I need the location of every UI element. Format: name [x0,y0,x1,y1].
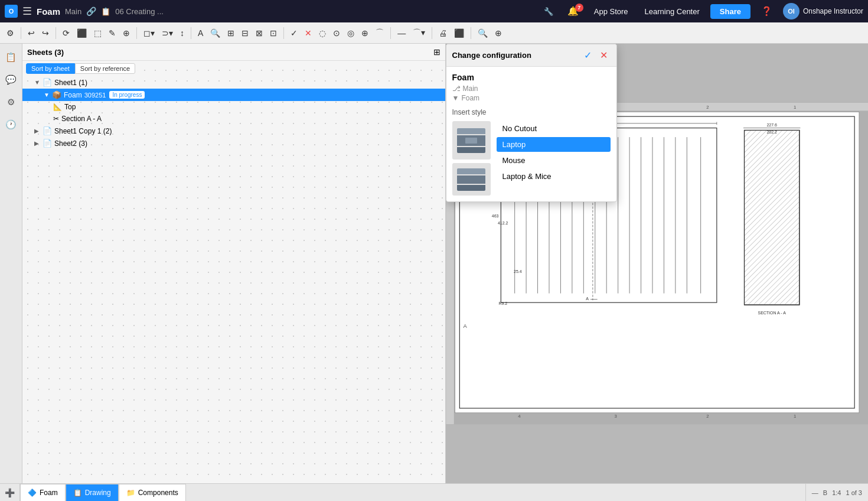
svg-text:2: 2 [706,414,709,419]
tab-components[interactable]: 📁 Components [119,484,186,501]
tree-item-sheet1-copy[interactable]: ▶ 📄 Sheet1 Copy 1 (2) [22,125,445,137]
doc-file-icon: 📋 [101,7,110,16]
left-icon-history[interactable]: 🕐 [2,116,20,134]
section-icon: ✂ [53,115,59,123]
user-menu-button[interactable]: OI Onshape Instructor [783,3,863,19]
left-icon-comment[interactable]: 💬 [2,71,20,89]
modal-branch: Main [463,84,478,93]
app-store-button[interactable]: App Store [588,5,634,18]
tab-foam-icon: 🔷 [28,489,37,497]
left-icon-panel: 📋 💬 ⚙ 🕐 [0,44,22,483]
tab-drawing[interactable]: 📋 Drawing [66,484,119,501]
tool-zoom-fit[interactable]: 🔍 [475,26,491,40]
tree-item-section-a[interactable]: ✂ Section A - A [22,113,445,125]
learning-center-button[interactable]: Learning Center [639,5,706,18]
part-dropdown-icon: ▼ [452,94,459,102]
tree-item-foam[interactable]: ▼ 📦 Foam 309251 In progress [22,89,445,101]
tool-15[interactable]: ◎ [344,26,357,40]
modal-doc-name: Foam [452,73,611,82]
tool-2[interactable]: ⬚ [91,26,105,40]
option-mouse[interactable]: Mouse [497,153,611,168]
tool-export[interactable]: ⬛ [451,26,467,40]
menu-button[interactable]: ☰ [22,5,32,18]
tools-button[interactable]: 🔧 [539,5,558,18]
style-preview-area [452,121,491,196]
tool-12[interactable]: ✕ [302,26,315,40]
tab-drawing-icon: 📋 [73,489,82,497]
tool-11[interactable]: ✓ [288,26,301,40]
toolbar-settings-button[interactable]: ⚙ [4,26,17,40]
redo-button[interactable]: ↪ [39,26,52,40]
tool-line[interactable]: — [394,26,409,40]
help-button[interactable]: ❓ [755,4,778,19]
sheet2-icon: 📄 [43,139,52,148]
tool-curve[interactable]: ⌒▾ [410,25,428,41]
toolbar-separator-5 [283,27,284,39]
tool-text[interactable]: A [195,26,206,40]
insert-style-container: No Cutout Laptop Mouse Laptop & Mice [452,121,611,196]
style-options-list: No Cutout Laptop Mouse Laptop & Mice [497,121,611,196]
top-label: Top [64,103,76,111]
tool-1[interactable]: ⬛ [74,26,90,40]
tool-8[interactable]: ⊟ [239,26,252,40]
tool-table[interactable]: ⊞ [224,26,237,40]
left-icon-manager[interactable]: 📋 [2,48,20,66]
tool-4[interactable]: ⊕ [120,26,133,40]
tool-5[interactable]: ◻▾ [141,26,158,40]
option-laptop[interactable]: Laptop [497,137,611,152]
toolbar-separator-1 [21,27,21,39]
tool-3[interactable]: ✎ [106,26,119,40]
tool-14[interactable]: ⊙ [330,26,343,40]
sort-buttons: Sort by sheet Sort by reference [22,61,445,76]
style-preview-2 [452,163,491,196]
page-separator: — [812,489,818,496]
change-configuration-modal: Change configuration ✓ ✕ Foam ⎇ Main ▼ [446,44,617,202]
drawing-area: 4 3 2 1 4 3 2 1 [446,44,869,483]
style-preview-1 [452,121,491,160]
doc-file: 06 Creating ... [115,7,164,16]
tool-search[interactable]: 🔍 [207,26,223,40]
tool-13[interactable]: ◌ [316,26,329,40]
tool-17[interactable]: ⌒ [373,25,387,41]
toolbar-separator-7 [432,27,432,39]
sort-by-sheet-button[interactable]: Sort by sheet [26,63,75,74]
tree-item-sheet1[interactable]: ▼ 📄 Sheet1 (1) [22,76,445,89]
modal-actions: ✓ ✕ [581,48,611,62]
toolbar-separator-2 [56,27,56,39]
undo-button[interactable]: ↩ [25,26,38,40]
left-icon-parts[interactable]: ⚙ [4,93,18,111]
sheet1-label: Sheet1 (1) [54,79,87,87]
sheet1-copy-label: Sheet1 Copy 1 (2) [54,127,112,135]
modal-confirm-button[interactable]: ✓ [581,48,595,62]
page-count: 1 of 3 [846,489,862,496]
sort-by-reference-button[interactable]: Sort by reference [75,63,135,74]
tool-print[interactable]: 🖨 [436,26,450,40]
sheet1-icon: 📄 [43,78,52,87]
sheet1-copy-icon: 📄 [43,126,52,135]
tree-item-sheet2[interactable]: ▶ 📄 Sheet2 (3) [22,137,445,149]
tool-16[interactable]: ⊕ [358,26,371,40]
toolbar-separator-4 [191,27,191,39]
sheets-expand-button[interactable]: ⊞ [433,47,440,57]
sheets-title: Sheets (3) [27,48,64,57]
notifications-button[interactable]: 🔔 7 [563,4,583,19]
tab-foam[interactable]: 🔷 Foam [20,484,66,501]
tree-item-top[interactable]: 📐 Top [22,101,445,113]
option-laptop-mice[interactable]: Laptop & Mice [497,169,611,184]
reload-button[interactable]: ⟳ [60,26,73,40]
option-no-cutout[interactable]: No Cutout [497,121,611,136]
foam-label: Foam [64,91,82,99]
document-name: Foam [37,6,60,17]
modal-close-button[interactable]: ✕ [597,48,611,62]
share-button[interactable]: Share [710,4,750,19]
svg-text:2: 2 [706,105,709,110]
tab-drawing-label: Drawing [85,489,111,497]
tool-6[interactable]: ⊃▾ [159,26,176,40]
tool-7[interactable]: ↕ [177,26,187,40]
add-sheet-button[interactable]: ➕ [0,484,20,501]
tool-9[interactable]: ⊠ [253,26,266,40]
svg-text:SECTION A - A: SECTION A - A [758,311,786,315]
tool-zoom-in[interactable]: ⊕ [492,26,505,40]
tool-10[interactable]: ⊡ [267,26,280,40]
modal-body: Foam ⎇ Main ▼ Foam Insert style [446,67,616,201]
